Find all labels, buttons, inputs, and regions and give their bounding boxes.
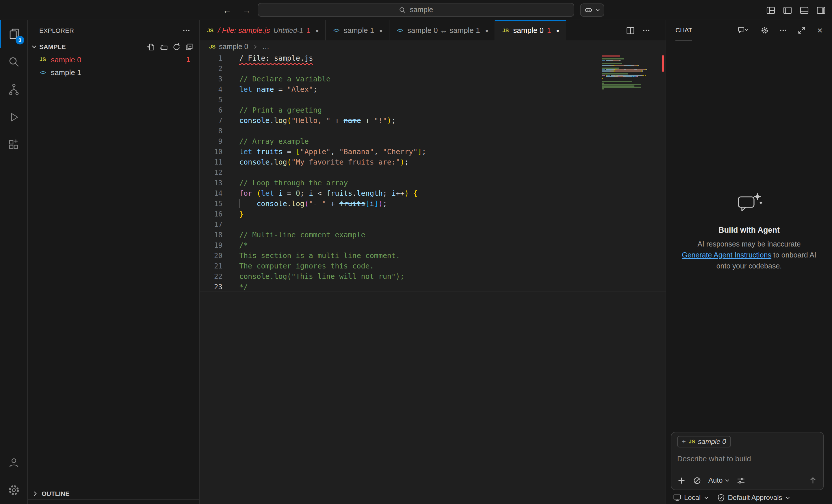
file-row-sample-0[interactable]: JSsample 01 — [28, 53, 199, 66]
editor-actions — [626, 20, 666, 40]
copilot-button[interactable] — [580, 3, 604, 17]
command-center-search[interactable]: sample — [258, 3, 574, 17]
code-line-2[interactable]: 2 — [200, 63, 666, 74]
code-line-18[interactable]: 18// Multi-line comment example — [200, 230, 666, 240]
code-line-6[interactable]: 6// Print a greeting — [200, 105, 666, 115]
activity-search-button[interactable] — [0, 48, 27, 76]
dirty-indicator[interactable]: ● — [379, 27, 383, 33]
search-icon — [399, 6, 407, 13]
code-line-22[interactable]: 22console.log("This line will not run"); — [200, 271, 666, 282]
explorer-more-icon[interactable] — [180, 24, 192, 37]
code-line-8[interactable]: 8 — [200, 126, 666, 136]
gear-icon[interactable] — [758, 24, 771, 37]
toggle-secondary-sidebar-icon[interactable] — [815, 4, 827, 17]
generate-agent-instructions-link[interactable]: Generate Agent Instructions — [682, 251, 771, 259]
code-line-15[interactable]: 15 console.log("- " + fruits[i]); — [200, 199, 666, 209]
session-target-picker[interactable]: Local — [673, 494, 709, 502]
activity-explorer-button[interactable]: 3 — [0, 20, 27, 48]
minimap-line — [602, 61, 657, 63]
new-folder-icon[interactable] — [159, 43, 168, 51]
collapse-all-icon[interactable] — [185, 43, 193, 51]
minimap[interactable] — [602, 55, 657, 90]
activity-run-debug-button[interactable] — [0, 103, 27, 131]
chat-input[interactable]: Describe what to build — [677, 454, 817, 463]
code-editor[interactable]: 1/ File: sample.js23// Declare a variabl… — [200, 53, 666, 504]
activity-source-control-button[interactable] — [0, 76, 27, 103]
context-chip[interactable]: + JS sample 0 — [677, 436, 731, 447]
minimap-line — [602, 85, 657, 87]
explorer-section-sample[interactable]: SAMPLE — [28, 40, 199, 53]
editor-more-icon[interactable] — [642, 26, 651, 35]
back-arrow-icon[interactable]: ← — [221, 4, 233, 17]
tab-1[interactable]: JS/ File: sample.jsUntitled-11● — [200, 20, 326, 40]
dirty-indicator[interactable]: ● — [316, 27, 319, 33]
code-line-5[interactable]: 5 — [200, 95, 666, 105]
breadcrumb-file[interactable]: sample 0 — [219, 43, 248, 51]
approvals-picker[interactable]: Default Approvals — [717, 494, 790, 502]
chat-tab[interactable]: CHAT — [675, 20, 692, 40]
chat-empty-title: Build with Agent — [666, 226, 832, 234]
tab-error-badge: 1 — [547, 26, 551, 34]
line-number: 21 — [200, 261, 223, 271]
minimap-line — [602, 78, 657, 79]
dirty-indicator[interactable]: ● — [556, 27, 559, 33]
code-line-9[interactable]: 9// Array example — [200, 136, 666, 147]
toggle-primary-sidebar-icon[interactable] — [781, 4, 794, 17]
line-number: 15 — [200, 199, 223, 209]
code-line-20[interactable]: 20This section is a multi-line comment. — [200, 251, 666, 261]
code-line-17[interactable]: 17 — [200, 219, 666, 230]
line-content — [223, 219, 239, 230]
line-content — [223, 167, 239, 178]
code-line-16[interactable]: 16} — [200, 209, 666, 219]
tab-4[interactable]: JSsample 01● — [495, 20, 566, 40]
refresh-icon[interactable] — [172, 43, 181, 51]
code-line-10[interactable]: 10let fruits = ["Apple", "Banana", "Cher… — [200, 147, 666, 157]
tab-3[interactable]: <>sample 0 ↔ sample 1● — [389, 20, 495, 40]
settings-sliders-icon[interactable] — [736, 476, 745, 485]
code-line-1[interactable]: 1/ File: sample.js — [200, 53, 666, 63]
activity-account-button[interactable] — [0, 449, 27, 476]
code-line-13[interactable]: 13// Loop through the array — [200, 178, 666, 188]
explorer-sidebar: EXPLORER SAMPLE JSsample 01<>sample 1 O — [28, 20, 200, 504]
code-line-14[interactable]: 14for (let i = 0; i < fruits.length; i++… — [200, 188, 666, 199]
split-editor-icon[interactable] — [626, 26, 635, 35]
line-number: 18 — [200, 230, 223, 240]
tab-2[interactable]: <>sample 1● — [326, 20, 389, 40]
file-row-sample-1[interactable]: <>sample 1 — [28, 66, 199, 79]
tab-label: sample 0 ↔ sample 1 — [407, 26, 480, 35]
forward-arrow-icon[interactable]: → — [240, 4, 253, 17]
send-button[interactable] — [808, 476, 817, 485]
chat-input-box[interactable]: + JS sample 0 Describe what to build Aut… — [671, 432, 824, 490]
close-icon[interactable]: × — [813, 24, 826, 37]
dirty-indicator[interactable]: ● — [485, 27, 488, 33]
code-line-12[interactable]: 12 — [200, 167, 666, 178]
attach-plus-icon[interactable] — [677, 476, 686, 485]
line-number: 3 — [200, 74, 223, 84]
chat-more-icon[interactable] — [777, 24, 789, 37]
line-number: 6 — [200, 105, 223, 115]
activity-bar-spacer — [0, 159, 27, 449]
code-line-11[interactable]: 11console.log("My favorite fruits are:")… — [200, 157, 666, 167]
code-line-3[interactable]: 3// Declare a variable — [200, 74, 666, 84]
line-number: 5 — [200, 95, 223, 105]
breadcrumb-more[interactable]: … — [262, 43, 269, 51]
code-line-4[interactable]: 4let name = "Alex"; — [200, 84, 666, 95]
code-line-21[interactable]: 21The computer ignores this code. — [200, 261, 666, 271]
customize-layout-icon[interactable] — [764, 4, 777, 17]
chat-history-icon[interactable] — [735, 24, 752, 37]
code-line-19[interactable]: 19/* — [200, 240, 666, 251]
activity-extensions-button[interactable] — [0, 131, 27, 159]
extensions-icon — [7, 138, 21, 152]
tools-disabled-icon[interactable] — [693, 476, 701, 485]
timeline-section[interactable]: TIMELINE — [28, 499, 199, 504]
maximize-panel-icon[interactable] — [795, 24, 808, 37]
model-picker[interactable]: Auto — [708, 476, 729, 484]
activity-settings-button[interactable] — [0, 476, 27, 504]
code-line-23[interactable]: 23*/ — [200, 282, 666, 292]
code-line-7[interactable]: 7console.log("Hello, " + name + "!"); — [200, 115, 666, 126]
minimap-line — [602, 79, 657, 81]
toggle-panel-icon[interactable] — [798, 4, 811, 17]
new-file-icon[interactable] — [147, 43, 155, 51]
line-number: 14 — [200, 188, 223, 199]
outline-section[interactable]: OUTLINE — [28, 487, 199, 499]
